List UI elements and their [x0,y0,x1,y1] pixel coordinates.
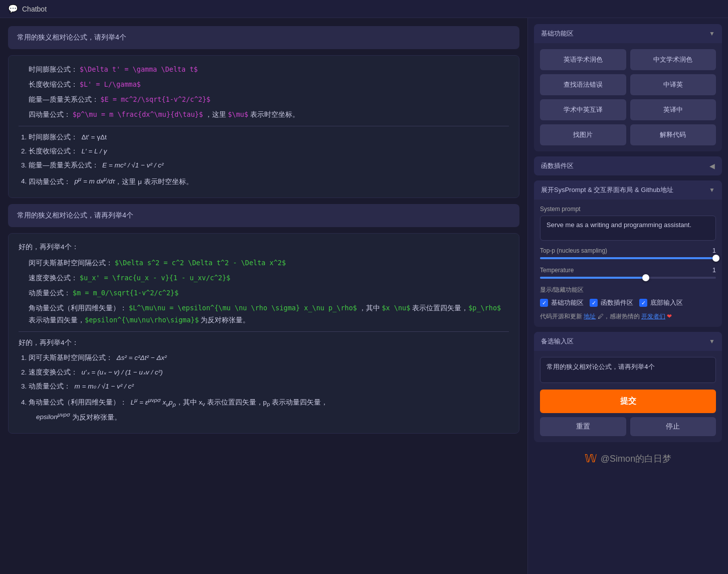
top-p-group: Top-p (nucleus sampling) 1 [540,247,716,259]
submit-button[interactable]: 提交 [540,390,716,413]
top-p-value: 1 [712,247,716,254]
watermark: 𝕎 @Simon的白日梦 [534,447,722,470]
checkbox-plugin-box: ✓ [590,299,598,307]
app-title: Chatbot [22,5,47,13]
assistant-message-1: 时间膨胀公式： $\Delta t' = \gamma \Delta t$ 长度… [8,55,519,198]
list-item: 四动量公式： pμ = m dxμ/dτ，这里 μ 表示时空坐标。 [29,174,509,188]
list-item: 速度变换公式： u′ₓ = (uₓ − v) / (1 − uₓv / c²) [29,366,509,378]
display-group: 显示/隐藏功能区 ✓ 基础功能区 ✓ 函数插件区 ✓ 底部输入区 [540,286,716,307]
sys-prompt-value[interactable]: Serve me as a writing and programming as… [540,216,716,241]
list-item: 四动量公式： $p^\mu = m \frac{dx^\mu}{d\tau}$ … [29,109,509,121]
list-item: 时间膨胀公式： $\Delta t' = \gamma \Delta t$ [29,64,509,76]
btn-grammar-check[interactable]: 查找语法错误 [540,74,626,95]
link-row: 代码开源和更新 地址 🖊，感谢热情的 开发者们 ❤ [540,312,716,321]
list-item: 速度变换公式： $u_x' = \frac{u_x - v}{1 - u_xv/… [29,272,509,284]
display-label: 显示/隐藏功能区 [540,286,716,294]
plugin-functions-header[interactable]: 函数插件区 ◀ [534,156,722,175]
alt-input-header[interactable]: 备选输入区 ▼ [534,332,722,351]
list-item: 长度收缩公式： L′ = L / γ [29,145,509,157]
user-message-2: 常用的狭义相对论公式，请再列举4个 [8,204,519,227]
basic-functions-section: 基础功能区 ▼ 英语学术润色 中文学术润色 查找语法错误 中译英 学术中英互译 … [534,24,722,151]
alt-input-textarea[interactable]: 常用的狭义相对论公式，请再列举4个 [540,357,716,383]
top-p-fill [540,257,716,259]
btn-find-image[interactable]: 找图片 [540,124,626,145]
checkbox-basic[interactable]: ✓ 基础功能区 [540,298,584,307]
sys-prompt-header[interactable]: 展开SysPrompt & 交互界面布局 & Github地址 ▼ [534,180,722,200]
checkbox-basic-box: ✓ [540,299,548,307]
list-item: 动质量公式： $m = m_0/\sqrt{1-v^2/c^2}$ [29,287,509,299]
list-item: 动质量公式： m = m₀ / √1 − v² / c² [29,380,509,393]
btn-explain-code[interactable]: 解释代码 [630,124,716,145]
temperature-label: Temperature [540,267,574,274]
btn-chinese-polish[interactable]: 中文学术润色 [630,49,716,70]
list-item: 时间膨胀公式： Δt′ = γΔt [29,131,509,143]
temperature-group: Temperature 1 [540,266,716,279]
sys-prompt-body: System prompt Serve me as a writing and … [534,200,722,327]
checkbox-input-box: ✓ [639,299,647,307]
list-item: 长度收缩公式： $L' = L/\gamma$ [29,79,509,91]
btn-zh-to-en[interactable]: 中译英 [630,74,716,95]
list-item: 角动量公式（利用四维矢量）： Lμ = εμνρσ xνpρ，其中 xν 表示位… [29,395,509,423]
top-p-track[interactable] [540,257,716,259]
chat-icon: 💬 [8,4,18,14]
list-item: 角动量公式（利用四维矢量）： $L^\mu\nu = \epsilon^{\mu… [29,302,509,326]
stop-button[interactable]: 停止 [630,417,716,436]
list-item: 闵可夫斯基时空间隔公式： Δs² = c²Δt² − Δx² [29,352,509,364]
plugin-arrow: ◀ [709,162,715,170]
sys-prompt-label: System prompt [540,206,716,213]
right-panel: 基础功能区 ▼ 英语学术润色 中文学术润色 查找语法错误 中译英 学术中英互译 … [527,18,728,574]
github-link[interactable]: 地址 [584,313,596,320]
plugin-functions-section: 函数插件区 ◀ [534,156,722,175]
temperature-thumb [642,274,649,281]
basic-functions-arrow: ▼ [709,30,715,37]
alt-input-body: 常用的狭义相对论公式，请再列举4个 提交 重置 停止 [534,351,722,442]
main-layout: 常用的狭义相对论公式，请列举4个 时间膨胀公式： $\Delta t' = \g… [0,18,728,574]
assistant-message-2: 好的，再列举4个： 闵可夫斯基时空间隔公式： $\Delta s^2 = c^2… [8,233,519,434]
checkbox-input[interactable]: ✓ 底部输入区 [639,298,683,307]
btn-academic-translate[interactable]: 学术中英互译 [540,99,626,120]
btn-english-polish[interactable]: 英语学术润色 [540,49,626,70]
devs-link[interactable]: 开发者们 [641,313,665,320]
basic-functions-body: 英语学术润色 中文学术润色 查找语法错误 中译英 学术中英互译 英译中 找图片 … [534,43,722,151]
alt-input-arrow: ▼ [709,338,715,345]
temperature-fill [540,277,646,279]
basic-functions-header[interactable]: 基础功能区 ▼ [534,24,722,43]
alt-input-section: 备选输入区 ▼ 常用的狭义相对论公式，请再列举4个 提交 重置 停止 [534,332,722,442]
app-header: 💬 Chatbot [0,0,728,18]
temperature-track[interactable] [540,277,716,279]
list-item: 能量—质量关系公式： E = mc² / √1 − v² / c² [29,159,509,171]
reset-button[interactable]: 重置 [540,417,626,436]
chat-area: 常用的狭义相对论公式，请列举4个 时间膨胀公式： $\Delta t' = \g… [0,18,527,574]
basic-functions-grid: 英语学术润色 中文学术润色 查找语法错误 中译英 学术中英互译 英译中 找图片 … [540,49,716,145]
list-item: 能量—质量关系公式： $E = mc^2/\sqrt{1-v^2/c^2}$ [29,94,509,106]
user-message-1: 常用的狭义相对论公式，请列举4个 [8,26,519,49]
sys-prompt-section: 展开SysPrompt & 交互界面布局 & Github地址 ▼ System… [534,180,722,327]
checkbox-plugin[interactable]: ✓ 函数插件区 [590,298,633,307]
top-p-thumb [712,255,719,262]
top-p-label: Top-p (nucleus sampling) [540,247,607,254]
sys-prompt-arrow: ▼ [709,186,715,194]
btn-en-to-zh[interactable]: 英译中 [630,99,716,120]
temperature-value: 1 [712,266,716,274]
list-item: 闵可夫斯基时空间隔公式： $\Delta s^2 = c^2 \Delta t^… [29,257,509,269]
